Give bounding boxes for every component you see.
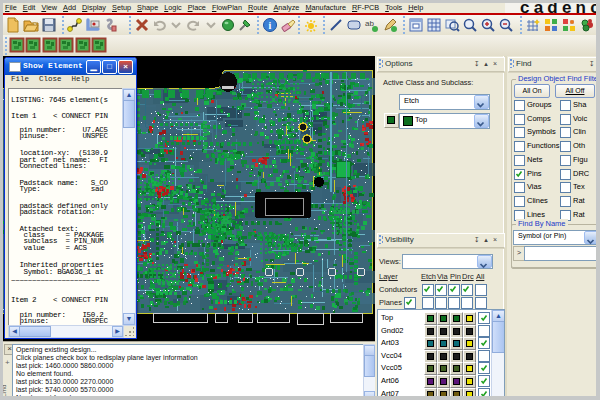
svg-text:ab: ab: [365, 19, 374, 28]
svg-text:i: i: [269, 20, 272, 31]
